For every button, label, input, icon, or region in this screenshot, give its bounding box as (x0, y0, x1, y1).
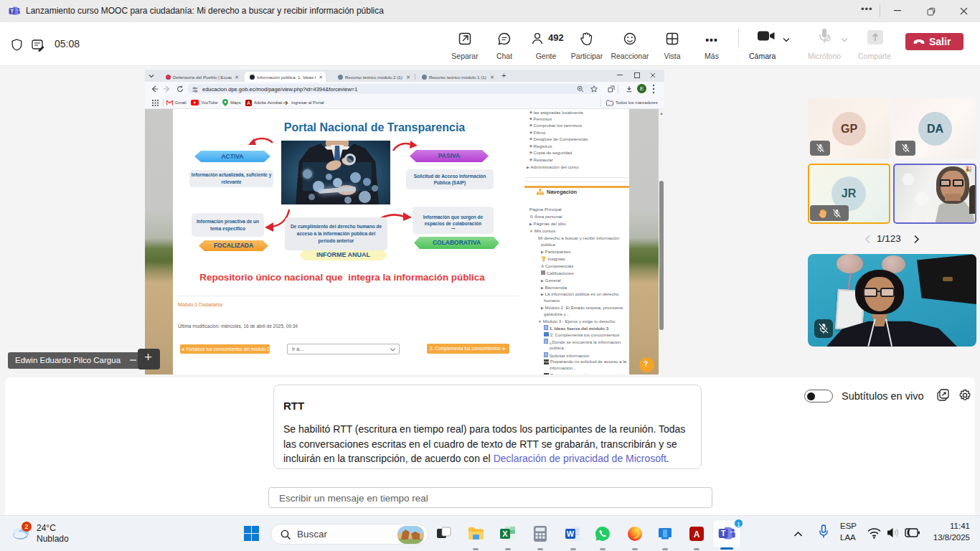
svg-text:A: A (247, 100, 250, 105)
svg-text:A: A (694, 529, 700, 540)
svg-text:W: W (567, 529, 575, 538)
svg-text:T: T (721, 529, 726, 537)
svg-text:X: X (502, 529, 508, 538)
svg-text:T: T (11, 8, 14, 14)
